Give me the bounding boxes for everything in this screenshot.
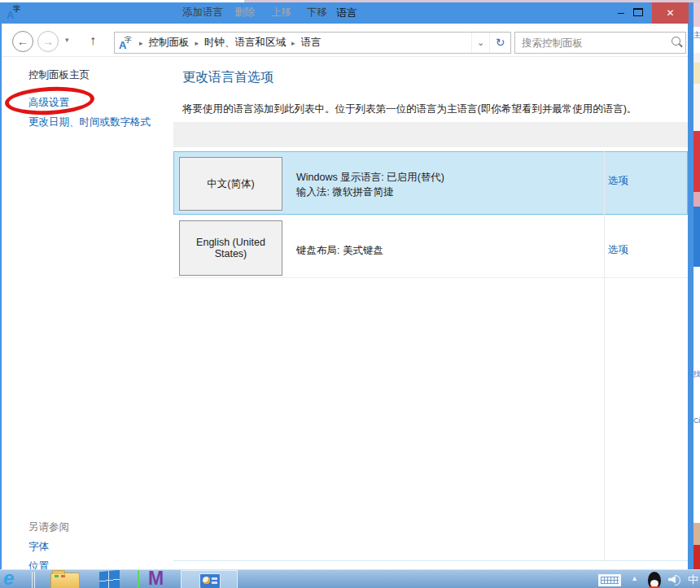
green-indicator xyxy=(138,570,139,588)
bg-glyph: 找 xyxy=(693,369,700,380)
forward-button[interactable]: → xyxy=(37,31,59,52)
internet-explorer-icon[interactable]: e xyxy=(3,569,14,588)
breadcrumb-control-panel[interactable]: 控制面板 xyxy=(149,36,190,50)
options-column-divider xyxy=(604,151,605,561)
bg-seg xyxy=(693,442,700,523)
page-title: 更改语言首选项 xyxy=(182,69,273,86)
bg-seg xyxy=(693,53,700,63)
breadcrumb-clock-language-region[interactable]: 时钟、语言和区域 xyxy=(204,36,286,50)
back-button[interactable]: ← xyxy=(12,31,33,52)
volume-icon[interactable] xyxy=(668,573,681,585)
chevron-right-icon: ▸ xyxy=(195,39,199,47)
bg-seg: 主 xyxy=(693,27,700,53)
bg-seg xyxy=(693,84,700,131)
chinese-input-method: 输入法: 微软拼音简捷 xyxy=(296,185,393,199)
bg-seg xyxy=(693,192,700,207)
bg-seg xyxy=(693,2,700,27)
control-panel-taskbar-button-active[interactable] xyxy=(181,570,238,588)
refresh-icon[interactable]: ↻ xyxy=(489,33,510,53)
language-icon: A字 xyxy=(119,37,132,50)
show-hidden-icons-chevron[interactable]: ▴ xyxy=(632,573,637,582)
search-icon[interactable] xyxy=(669,35,685,51)
sidebar-item-control-panel-home[interactable]: 控制面板主页 xyxy=(28,68,90,82)
see-also-heading: 另请参阅 xyxy=(28,520,69,534)
language-list-toolbar xyxy=(173,122,688,147)
bg-seg xyxy=(693,267,700,364)
up-button[interactable]: ↑ xyxy=(90,33,96,48)
chevron-right-icon: ▸ xyxy=(139,39,143,47)
window-border-left xyxy=(0,24,2,588)
bg-glyph: Ci xyxy=(693,416,700,425)
bg-seg xyxy=(693,63,700,84)
address-dropdown-icon[interactable]: ⌄ xyxy=(471,33,489,53)
bg-photo-red xyxy=(693,545,700,569)
search-box xyxy=(514,32,686,54)
breadcrumb-language[interactable]: 语言 xyxy=(301,36,322,50)
chevron-right-icon: ▸ xyxy=(291,39,295,47)
bg-seg xyxy=(693,131,700,192)
english-keyboard-layout: 键盘布局: 美式键盘 xyxy=(296,244,383,258)
minimize-button[interactable]: – xyxy=(612,5,630,21)
language-tile-english[interactable]: English (United States) xyxy=(179,220,282,276)
chinese-options-link[interactable]: 选项 xyxy=(608,174,628,188)
window-title: 语言 xyxy=(0,6,693,20)
bg-seg: 找 Ci xyxy=(693,364,700,442)
language-tile-chinese[interactable]: 中文(简体) xyxy=(179,157,282,211)
list-bottom-border xyxy=(173,560,688,561)
restore-button[interactable] xyxy=(633,8,643,16)
search-input[interactable] xyxy=(515,33,669,52)
address-bar[interactable]: A字 ▸ 控制面板 ▸ 时钟、语言和区域 ▸ 语言 ⌄ ↻ xyxy=(114,32,511,54)
window-border-right xyxy=(688,24,693,588)
language-indicator[interactable]: 中 xyxy=(688,573,698,587)
bg-glyph: 主 xyxy=(693,30,700,41)
move-up-button: 上移 xyxy=(271,0,291,25)
qq-tray-icon[interactable] xyxy=(648,572,661,588)
taskbar: e M ▴ 中 xyxy=(0,569,700,588)
close-button[interactable]: ✕ xyxy=(652,2,689,24)
breadcrumb: A字 ▸ 控制面板 ▸ 时钟、语言和区域 ▸ 语言 xyxy=(115,36,471,50)
touch-keyboard-icon[interactable] xyxy=(598,574,621,586)
purple-m-app-icon[interactable]: M xyxy=(148,569,164,588)
sidebar-item-change-date-time-formats[interactable]: 更改日期、时间或数字格式 xyxy=(28,115,151,129)
windows-store-icon[interactable] xyxy=(99,570,120,588)
file-explorer-icon[interactable] xyxy=(50,573,80,588)
sidebar-item-fonts[interactable]: 字体 xyxy=(28,540,49,554)
remove-language-button: 删除 xyxy=(234,0,255,25)
control-panel-icon xyxy=(199,573,221,588)
bg-photo-face xyxy=(693,523,700,545)
recent-pages-dropdown-icon[interactable]: ▾ xyxy=(65,36,69,44)
add-language-button[interactable]: 添加语言 xyxy=(182,0,223,25)
taskbar-separator xyxy=(32,572,33,588)
background-window-sliver: 主 找 Ci xyxy=(693,2,700,569)
chinese-display-language-status: Windows 显示语言: 已启用(替代) xyxy=(296,171,444,185)
bg-seg xyxy=(693,207,700,267)
english-options-link[interactable]: 选项 xyxy=(608,243,628,257)
move-down-button[interactable]: 下移 xyxy=(307,0,327,25)
page-description: 将要使用的语言添加到此列表中。位于列表第一位的语言为主语言(即你希望看到并最常使… xyxy=(182,102,637,116)
